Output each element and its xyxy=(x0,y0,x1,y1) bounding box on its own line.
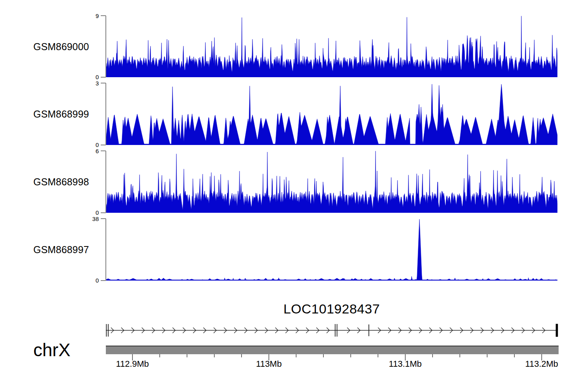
y-axis-top-tick xyxy=(101,150,106,151)
coverage-track-3: GSM868998 6 0 xyxy=(0,151,588,213)
y-axis-min-label: 0 xyxy=(76,210,99,216)
coverage-track-4: GSM868997 38 0 xyxy=(0,219,588,281)
ruler-ticks xyxy=(0,354,588,363)
gene-structure-diagram xyxy=(0,317,588,344)
track-label: GSM868997 xyxy=(33,244,89,255)
y-axis-bottom-tick xyxy=(101,280,106,281)
coverage-signal xyxy=(106,83,557,145)
y-axis-top-tick xyxy=(101,83,106,83)
x-axis-tick-label: 113.1Mb xyxy=(389,359,422,369)
chromosome-bar xyxy=(106,346,559,354)
track-label: GSM868998 xyxy=(33,176,89,188)
genome-browser-figure: GSM869000 9 0 GSM868999 3 0 GSM868998 6 … xyxy=(0,0,588,384)
x-axis-tick-label: 113Mb xyxy=(256,359,282,369)
y-axis-min-label: 0 xyxy=(76,277,99,283)
gene-name-label: LOC101928437 xyxy=(106,301,557,317)
y-axis-bottom-tick xyxy=(101,145,106,145)
coverage-signal xyxy=(106,16,557,77)
y-axis-bottom-tick xyxy=(101,77,106,78)
track-label: GSM868999 xyxy=(33,109,89,120)
y-axis-bottom-tick xyxy=(101,212,106,213)
x-axis-tick-label: 112.9Mb xyxy=(116,359,149,369)
coverage-track-1: GSM869000 9 0 xyxy=(0,16,588,77)
y-axis-max-label: 6 xyxy=(76,148,99,154)
coverage-signal xyxy=(106,219,557,281)
y-axis-max-label: 3 xyxy=(76,80,99,86)
y-axis-max-label: 38 xyxy=(76,216,99,222)
track-label: GSM869000 xyxy=(33,41,89,52)
coverage-signal xyxy=(106,151,557,213)
y-axis-min-label: 0 xyxy=(76,74,99,80)
y-axis-min-label: 0 xyxy=(76,142,99,148)
x-axis-tick-label: 113.2Mb xyxy=(525,359,558,369)
y-axis-max-label: 9 xyxy=(76,13,99,19)
y-axis-top-tick xyxy=(101,218,106,219)
y-axis-top-tick xyxy=(101,15,106,16)
coverage-track-2: GSM868999 3 0 xyxy=(0,83,588,145)
